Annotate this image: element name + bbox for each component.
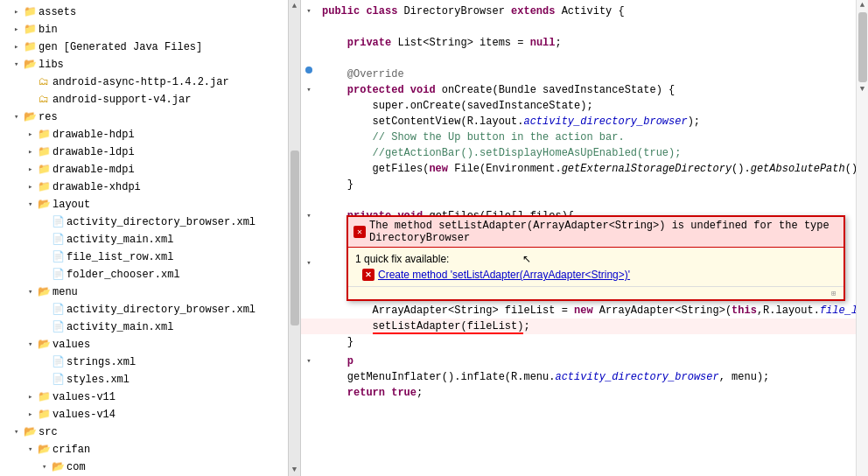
code-line-setlistadapter: setListAdapter(fileList); xyxy=(301,318,868,334)
sidebar-item-label: values-v11 xyxy=(52,389,116,405)
code-line-comment1: // Show the Up button in the action bar. xyxy=(301,130,868,145)
code-line-override: @Override xyxy=(301,66,868,82)
sidebar-item-drawable-mdpi[interactable]: 📁 drawable-mdpi xyxy=(0,161,288,178)
quickfix-item-create-method[interactable]: ✕ Create method 'setListAdapter(ArrayAda… xyxy=(355,267,836,283)
folder-icon: 📁 xyxy=(37,180,51,194)
quickfix-header-label: 1 quick fix available: xyxy=(355,253,449,265)
sidebar-item-activity-main-xml[interactable]: 📄 activity_main.xml xyxy=(0,231,288,248)
sidebar-item-label: activity_main.xml xyxy=(66,232,173,248)
sidebar-item-gen[interactable]: 📁 gen [Generated Java Files] xyxy=(0,38,288,56)
code-line-1: ▾ public class DirectoryBrowser extends … xyxy=(301,4,868,19)
sidebar-item-values-v11[interactable]: 📁 values-v11 xyxy=(0,388,288,406)
line-content-setcontent: setContentView(R.layout.activity_directo… xyxy=(317,114,868,130)
sidebar-item-android-support[interactable]: 🗂 android-support-v4.jar xyxy=(0,91,288,108)
sidebar-item-label: android-support-v4.jar xyxy=(52,92,191,108)
code-line-field: private List<String> items = null; xyxy=(301,35,868,51)
quickfix-fix-link[interactable]: Create method 'setListAdapter(ArrayAdapt… xyxy=(378,269,630,281)
line-content-oncreate: protected void onCreate(Bundle savedInst… xyxy=(317,82,868,98)
resize-icon: ⊞ xyxy=(831,289,840,298)
folder-icon: 📁 xyxy=(37,128,51,142)
code-line-return: return true; xyxy=(301,385,868,401)
quickfix-body: 1 quick fix available: ↖ ✕ Create method… xyxy=(348,248,844,286)
xml-file-icon: 📄 xyxy=(51,233,65,247)
chevron-right-icon xyxy=(14,22,23,38)
code-line-blank3 xyxy=(301,192,868,208)
sidebar-item-activity-dir-xml[interactable]: 📄 activity_directory_browser.xml xyxy=(0,214,288,231)
sidebar-item-label: menu xyxy=(52,284,78,300)
chevron-right-icon xyxy=(28,127,37,143)
folder-open-icon: 📂 xyxy=(37,285,51,299)
scroll-up-arrow[interactable]: ▲ xyxy=(292,2,297,10)
chevron-down-icon xyxy=(28,197,37,213)
sidebar-item-label: crifan xyxy=(52,442,90,458)
sidebar-item-label: styles.xml xyxy=(66,372,130,388)
sidebar-item-label: layout xyxy=(52,197,90,213)
editor-scroll-down[interactable]: ▼ xyxy=(859,84,865,94)
code-line-setcontent: setContentView(R.layout.activity_directo… xyxy=(301,114,868,130)
sidebar-item-drawable-ldpi[interactable]: 📁 drawable-ldpi xyxy=(0,144,288,161)
line-marker-collapse[interactable]: ▾ xyxy=(301,4,317,19)
code-line-comment2: //getActionBar().setDisplayHomeAsUpEnabl… xyxy=(301,145,868,161)
sidebar-item-menu[interactable]: 📂 menu xyxy=(0,284,288,301)
sidebar-item-folder-chooser-xml[interactable]: 📄 folder_chooser.xml xyxy=(0,266,288,284)
sidebar-item-crifan[interactable]: 📂 crifan xyxy=(0,441,288,458)
folder-icon: 📁 xyxy=(37,145,51,159)
fix-icon: ✕ xyxy=(362,269,374,281)
chevron-down-icon xyxy=(28,337,37,353)
sidebar-item-menu-activity-main[interactable]: 📄 activity_main.xml xyxy=(0,318,288,336)
code-line-bottom2: getMenuInflater().inflate(R.menu.activit… xyxy=(301,369,868,385)
line-content-setlistadapter: setListAdapter(fileList); xyxy=(317,318,868,334)
folder-open-icon: 📂 xyxy=(37,338,51,352)
code-editor: ▾ public class DirectoryBrowser extends … xyxy=(301,0,868,476)
sidebar-item-src[interactable]: 📂 src xyxy=(0,424,288,441)
chevron-right-icon xyxy=(28,407,37,423)
sidebar-item-drawable-hdpi[interactable]: 📁 drawable-hdpi xyxy=(0,126,288,144)
sidebar-item-label: values-v14 xyxy=(52,407,116,423)
line-content-blank3 xyxy=(317,192,868,208)
chevron-right-icon xyxy=(28,144,37,160)
line-content-bottom1: p xyxy=(317,354,868,369)
sidebar-item-label: activity_directory_browser.xml xyxy=(66,214,256,230)
sidebar-item-bin[interactable]: 📁 bin xyxy=(0,21,288,38)
code-line-close-oncreate: } xyxy=(301,177,868,192)
sidebar-item-label: android-async-http-1.4.2.jar xyxy=(52,74,229,90)
sidebar-item-drawable-xhdpi[interactable]: 📁 drawable-xhdpi xyxy=(0,178,288,196)
line-content-blank1 xyxy=(317,19,868,35)
sidebar-item-values[interactable]: 📂 values xyxy=(0,336,288,354)
sidebar-item-label: res xyxy=(38,109,58,125)
editor-scroll-thumb[interactable] xyxy=(858,12,867,82)
sidebar-item-libs[interactable]: 📂 libs xyxy=(0,56,288,74)
sidebar-item-android-async[interactable]: 🗂 android-async-http-1.4.2.jar xyxy=(0,74,288,91)
sidebar-item-styles-xml[interactable]: 📄 styles.xml xyxy=(0,371,288,388)
breakpoint-dot xyxy=(305,66,312,74)
line-marker-getfiles-decl[interactable]: ▾ xyxy=(301,208,317,224)
code-line-arrayadapter: ArrayAdapter<String> fileList = new Arra… xyxy=(301,303,868,318)
code-line-getfiles: getFiles(new File(Environment.getExterna… xyxy=(301,161,868,177)
sidebar-item-label: bin xyxy=(38,22,58,38)
code-content[interactable]: ▾ public class DirectoryBrowser extends … xyxy=(301,0,868,476)
scroll-down-arrow[interactable]: ▼ xyxy=(292,466,297,474)
file-tree-sidebar[interactable]: 📁 assets 📁 bin 📁 gen [Generated Java Fil… xyxy=(0,0,289,476)
line-content-1: public class DirectoryBrowser extends Ac… xyxy=(317,4,868,19)
sidebar-item-label: libs xyxy=(38,57,64,73)
code-line-blank2 xyxy=(301,51,868,66)
sidebar-item-strings-xml[interactable]: 📄 strings.xml xyxy=(0,354,288,371)
editor-scrollbar[interactable]: ▲ ▼ xyxy=(856,0,868,476)
sidebar-item-label: src xyxy=(38,424,58,440)
sidebar-item-file-list-row-xml[interactable]: 📄 file_list_row.xml xyxy=(0,248,288,266)
sidebar-item-res[interactable]: 📂 res xyxy=(0,108,288,126)
sidebar-item-values-v14[interactable]: 📁 values-v14 xyxy=(0,406,288,424)
sidebar-item-label: drawable-xhdpi xyxy=(52,179,141,195)
main-container: 📁 assets 📁 bin 📁 gen [Generated Java Fil… xyxy=(0,0,868,476)
scroll-thumb[interactable] xyxy=(290,150,299,326)
folder-icon: 📁 xyxy=(37,163,51,177)
editor-scroll-up[interactable]: ▲ xyxy=(859,0,865,10)
folder-icon: 📁 xyxy=(23,40,37,54)
line-marker-dot xyxy=(301,66,317,74)
sidebar-item-menu-activity-dir[interactable]: 📄 activity_directory_browser.xml xyxy=(0,301,288,318)
sidebar-scrollbar[interactable]: ▲ ▼ xyxy=(289,0,301,476)
sidebar-item-layout[interactable]: 📂 layout xyxy=(0,196,288,214)
sidebar-item-assets[interactable]: 📁 assets xyxy=(0,4,288,21)
quickfix-popup[interactable]: ✕ The method setListAdapter(ArrayAdapter… xyxy=(346,215,845,301)
sidebar-item-com[interactable]: 📂 com xyxy=(0,458,288,476)
